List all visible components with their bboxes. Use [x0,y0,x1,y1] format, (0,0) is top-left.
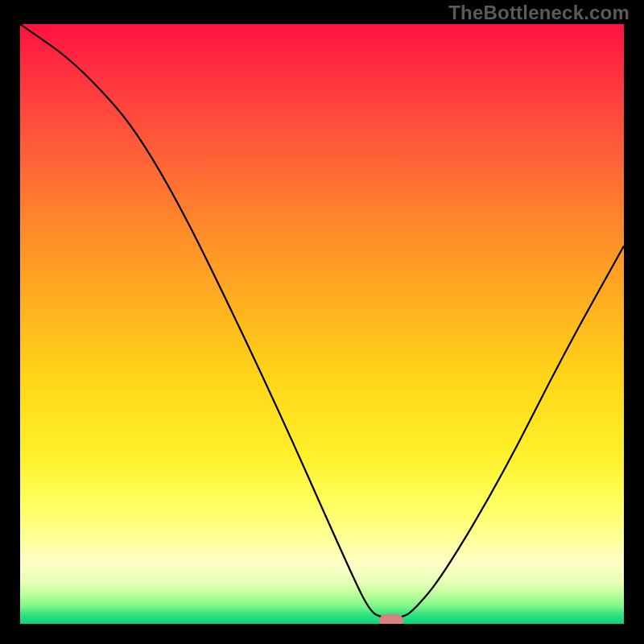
chart-frame: TheBottleneck.com [0,0,644,644]
curve-path [20,24,624,618]
watermark-text: TheBottleneck.com [448,2,630,24]
bottleneck-curve [20,24,624,624]
plot-area [20,24,624,624]
optimal-marker [379,614,403,624]
